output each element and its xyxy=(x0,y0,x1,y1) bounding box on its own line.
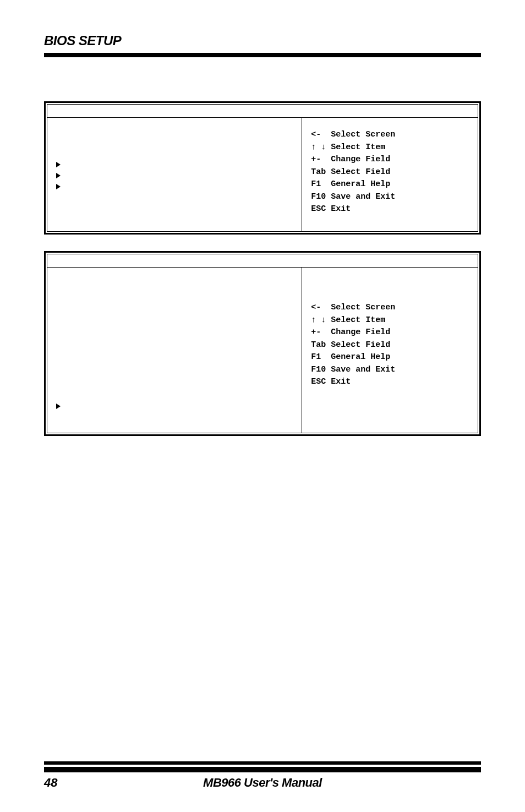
menu-item[interactable] xyxy=(56,184,293,195)
help-text: ESC Exit xyxy=(311,203,469,216)
footer-title: MB966 User's Manual xyxy=(77,776,481,790)
help-text: <- Select Screen xyxy=(311,129,469,141)
triangle-right-icon xyxy=(56,162,61,167)
header-title: BIOS SETUP xyxy=(44,33,481,48)
triangle-right-icon xyxy=(56,404,61,409)
bios-panel-1-header xyxy=(47,105,478,118)
help-text: <- Select Screen xyxy=(311,302,469,314)
up-down-arrows-icon: ↑ ↓ xyxy=(311,143,326,152)
bios-panel-1-help: <- Select Screen ↑ ↓ Select Item +- Chan… xyxy=(302,118,478,231)
header-rule xyxy=(44,53,481,57)
page-header: BIOS SETUP xyxy=(44,33,481,57)
help-text: Tab Select Field xyxy=(311,339,469,352)
help-text: F10 Save and Exit xyxy=(311,191,469,204)
help-text: +- Change Field xyxy=(311,326,469,339)
menu-item[interactable] xyxy=(56,173,293,184)
page-number: 48 xyxy=(44,776,77,790)
bios-panel-2: <- Select Screen ↑ ↓ Select Item +- Chan… xyxy=(44,251,481,436)
triangle-right-icon xyxy=(56,173,61,178)
footer-rule-thick xyxy=(44,767,481,772)
bios-panel-2-help: <- Select Screen ↑ ↓ Select Item +- Chan… xyxy=(302,268,478,433)
up-down-arrows-icon: ↑ ↓ xyxy=(311,315,326,325)
help-text: ↑ ↓ Select Item xyxy=(311,314,469,327)
help-text: Tab Select Field xyxy=(311,166,469,179)
bios-panel-2-header xyxy=(47,254,478,268)
content-area: <- Select Screen ↑ ↓ Select Item +- Chan… xyxy=(44,57,481,761)
help-text: F1 General Help xyxy=(311,178,469,191)
bios-panel-2-left xyxy=(47,268,302,433)
help-text: +- Change Field xyxy=(311,154,469,166)
bios-panel-1: <- Select Screen ↑ ↓ Select Item +- Chan… xyxy=(44,101,481,235)
menu-item[interactable] xyxy=(56,404,293,415)
help-text: F1 General Help xyxy=(311,351,469,364)
triangle-right-icon xyxy=(56,184,61,189)
bios-panel-1-left xyxy=(47,118,302,231)
menu-item[interactable] xyxy=(56,162,293,173)
help-text: ↑ ↓ Select Item xyxy=(311,141,469,154)
footer-rule-thin xyxy=(44,761,481,765)
page-footer: 48 MB966 User's Manual xyxy=(44,761,481,790)
help-text: ESC Exit xyxy=(311,376,469,389)
help-text: F10 Save and Exit xyxy=(311,364,469,377)
